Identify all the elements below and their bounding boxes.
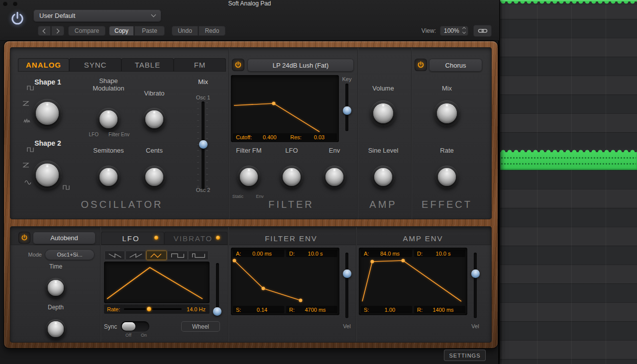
- lfo-waveform-display[interactable]: [104, 262, 210, 303]
- view-zoom-dropdown[interactable]: 100%: [440, 26, 468, 36]
- filter-lfo-label: LFO: [274, 147, 310, 154]
- lfo-wave-saw-up-button[interactable]: [125, 251, 146, 260]
- effect-power-button[interactable]: [415, 59, 427, 71]
- shape-mod-label-line2: Modulation: [84, 85, 133, 92]
- shape1-knob[interactable]: [33, 99, 62, 128]
- sine-level-knob[interactable]: [372, 166, 395, 188]
- filter-fm-knob[interactable]: [237, 166, 260, 188]
- filter-env-vel-slider-handle[interactable]: [343, 270, 351, 278]
- filter-power-button[interactable]: [232, 59, 244, 71]
- amp-env-display[interactable]: A: 84.0 ms D: 10.0 s S: 1.00 R: 1400 ms: [359, 248, 467, 315]
- decay-value[interactable]: 10.0 s: [423, 251, 465, 257]
- cutoff-value[interactable]: 0.400: [252, 134, 287, 140]
- release-field[interactable]: R: 1400 ms: [414, 306, 465, 313]
- lfo-rate-slider-handle[interactable]: [147, 307, 151, 311]
- release-value[interactable]: 4700 ms: [295, 307, 337, 313]
- release-value[interactable]: 1400 ms: [423, 307, 465, 313]
- decay-label: D:: [414, 251, 423, 257]
- amp-env-graph[interactable]: [359, 258, 467, 305]
- tab-table[interactable]: TABLE: [121, 58, 174, 72]
- settings-button[interactable]: SETTINGS: [444, 350, 486, 361]
- attack-value[interactable]: 0.00 ms: [242, 251, 284, 257]
- sustain-value[interactable]: 1.00: [370, 307, 412, 313]
- autobend-dropdown[interactable]: Autobend: [33, 232, 96, 244]
- filter-key-slider-handle[interactable]: [343, 106, 351, 115]
- filter-type-dropdown[interactable]: LP 24dB Lush (Fat): [247, 59, 354, 72]
- decay-value[interactable]: 10.0 s: [295, 251, 337, 257]
- sustain-field[interactable]: S: 1.00: [361, 306, 412, 313]
- amp-env-vel-slider[interactable]: [474, 253, 477, 318]
- filter-values-strip: Cutoff: 0.400 Res: 0.03: [233, 133, 337, 141]
- tab-analog[interactable]: ANALOG: [18, 58, 69, 72]
- tab-sync[interactable]: SYNC: [69, 58, 121, 72]
- filter-display[interactable]: Cutoff: 0.400 Res: 0.03: [231, 75, 339, 142]
- midi-note-region[interactable]: [500, 149, 637, 170]
- decay-field[interactable]: D: 10.0 s: [286, 250, 337, 257]
- lfo-wave-triangle-button[interactable]: [146, 251, 167, 260]
- autobend-time-knob[interactable]: [46, 278, 66, 298]
- midi-note-detail: [501, 163, 636, 165]
- filter-env-vel-slider[interactable]: [345, 253, 348, 318]
- autobend-depth-knob[interactable]: [46, 319, 66, 339]
- autobend-power-button[interactable]: [18, 232, 30, 244]
- shape-modulation-knob[interactable]: [97, 108, 120, 131]
- filter-curve[interactable]: [231, 75, 339, 133]
- link-button[interactable]: [473, 25, 492, 37]
- shape2-label: Shape 2: [27, 139, 68, 147]
- res-value[interactable]: 0.03: [302, 134, 337, 140]
- sustain-label: S:: [233, 307, 242, 313]
- effect-mix-knob[interactable]: [434, 100, 460, 126]
- midi-note-region-top[interactable]: [500, 0, 637, 5]
- plugin-power-button[interactable]: [8, 9, 27, 28]
- attack-value[interactable]: 84.0 ms: [370, 251, 412, 257]
- compare-button[interactable]: Compare: [68, 26, 106, 36]
- volume-label: Volume: [363, 85, 403, 92]
- preset-back-button[interactable]: [38, 26, 51, 36]
- square-wave-icon: [27, 86, 34, 91]
- autobend-mode-dropdown[interactable]: Osc1+Si...: [45, 249, 95, 260]
- volume-knob[interactable]: [370, 100, 396, 126]
- effect-type-dropdown[interactable]: Chorus: [429, 59, 482, 72]
- vibrato-knob[interactable]: [143, 108, 166, 131]
- preset-forward-button[interactable]: [51, 26, 64, 36]
- lfo-wave-saw-down-button[interactable]: [105, 251, 125, 260]
- osc-mix-slider-handle[interactable]: [199, 140, 208, 149]
- sync-label: Sync: [102, 323, 119, 330]
- sustain-value[interactable]: 0.14: [242, 307, 284, 313]
- amp-env-vel-slider-handle[interactable]: [471, 270, 480, 278]
- lfo-rate-value[interactable]: 14.0 Hz: [182, 306, 210, 312]
- sync-toggle[interactable]: [121, 321, 149, 332]
- decay-field[interactable]: D: 10.0 s: [414, 250, 465, 257]
- preset-dropdown[interactable]: User Default: [33, 9, 161, 22]
- shape1-label: Shape 1: [27, 78, 68, 86]
- tab-fm[interactable]: FM: [174, 58, 226, 72]
- shape2-knob[interactable]: [33, 161, 62, 189]
- lfo-rate-slider[interactable]: [124, 308, 182, 310]
- cents-knob[interactable]: [143, 166, 166, 188]
- sustain-field[interactable]: S: 0.14: [233, 306, 284, 313]
- piano-roll-background[interactable]: [500, 0, 637, 364]
- filter-lfo-knob[interactable]: [280, 166, 303, 188]
- wheel-button[interactable]: Wheel: [181, 321, 220, 332]
- filter-env-amount-knob[interactable]: [323, 166, 346, 188]
- effect-rate-knob[interactable]: [435, 166, 458, 188]
- semitones-knob[interactable]: [97, 166, 120, 188]
- autobend-mode-value: Osc1+Si...: [57, 252, 82, 258]
- lfo-wave-square-button[interactable]: [167, 251, 188, 260]
- attack-field[interactable]: A: 0.00 ms: [233, 250, 284, 257]
- filter-env-graph[interactable]: [231, 258, 339, 305]
- midi-note-notches: [500, 1, 637, 5]
- attack-field[interactable]: A: 84.0 ms: [361, 250, 412, 257]
- copy-button[interactable]: Copy: [109, 26, 134, 36]
- undo-button[interactable]: Undo: [172, 26, 198, 36]
- lfo-wave-pulse-button[interactable]: [188, 251, 209, 260]
- release-field[interactable]: R: 4700 ms: [286, 306, 337, 313]
- oscillator-section-title: OSCILLATOR: [50, 199, 194, 210]
- lfo-amount-slider-handle[interactable]: [213, 307, 221, 316]
- saw-up-wave-icon: [128, 252, 143, 260]
- filter-env-display[interactable]: A: 0.00 ms D: 10.0 s S: 0.14 R: 4700 ms: [231, 248, 339, 315]
- sync-toggle-knob[interactable]: [122, 322, 135, 331]
- slider-ticks: [197, 102, 199, 190]
- redo-button[interactable]: Redo: [199, 26, 225, 36]
- paste-button[interactable]: Paste: [134, 26, 165, 36]
